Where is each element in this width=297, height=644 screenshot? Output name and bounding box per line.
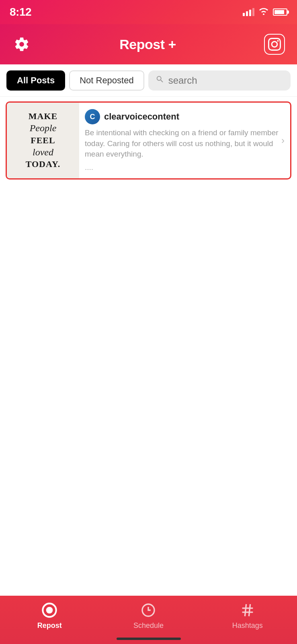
instagram-button[interactable]: [264, 34, 285, 55]
svg-line-6: [249, 604, 250, 616]
post-thumbnail: MAKE People FEEL loved TODAY.: [7, 103, 79, 178]
tab-repost[interactable]: Repost: [0, 601, 99, 630]
wifi-icon: [258, 7, 269, 17]
filter-bar: All Posts Not Reposted: [0, 64, 297, 97]
schedule-icon: [139, 601, 157, 619]
gear-icon: [14, 36, 30, 52]
svg-line-5: [245, 604, 246, 616]
not-reposted-filter[interactable]: Not Reposted: [69, 70, 144, 91]
search-input[interactable]: [168, 75, 283, 86]
search-icon: [156, 75, 164, 86]
tab-schedule-label: Schedule: [133, 621, 164, 630]
post-content: C clearvoicecontent Be intentional with …: [79, 103, 290, 178]
thumb-line-3: FEEL: [26, 135, 61, 147]
post-username: clearvoicecontent: [104, 111, 179, 122]
status-icons: [243, 7, 287, 17]
thumb-line-2: People: [26, 122, 61, 134]
tab-bar: Repost Schedule Hashtags: [0, 596, 297, 644]
status-bar: 8:12: [0, 0, 297, 24]
status-time: 8:12: [10, 6, 31, 19]
instagram-icon: [268, 38, 281, 51]
post-list: MAKE People FEEL loved TODAY. C clearvoi…: [0, 97, 297, 596]
avatar: C: [85, 109, 100, 124]
repost-icon: [41, 601, 58, 619]
app-title: Repost +: [119, 37, 176, 52]
settings-button[interactable]: [12, 35, 31, 54]
app-header: Repost +: [0, 24, 297, 64]
tab-repost-label: Repost: [37, 621, 62, 630]
all-posts-filter[interactable]: All Posts: [6, 70, 65, 91]
svg-point-1: [46, 607, 53, 614]
thumbnail-text: MAKE People FEEL loved TODAY.: [26, 111, 61, 170]
search-bar[interactable]: [148, 70, 291, 91]
tab-schedule[interactable]: Schedule: [99, 601, 198, 630]
chevron-right-icon: ›: [281, 135, 285, 146]
tab-hashtags-label: Hashtags: [232, 621, 263, 630]
post-caption: Be intentional with checking on a friend…: [85, 128, 285, 160]
thumb-line-4: loved: [26, 146, 61, 159]
thumb-line-1: MAKE: [26, 111, 61, 122]
post-card[interactable]: MAKE People FEEL loved TODAY. C clearvoi…: [6, 101, 291, 180]
post-ellipsis: ....: [85, 163, 285, 172]
tab-hashtags[interactable]: Hashtags: [198, 601, 297, 630]
hashtags-icon: [239, 601, 256, 619]
battery-icon: [273, 8, 287, 16]
home-indicator: [117, 638, 181, 640]
thumb-line-5: TODAY.: [26, 159, 61, 170]
post-header: C clearvoicecontent: [85, 109, 285, 124]
signal-icon: [243, 8, 254, 16]
